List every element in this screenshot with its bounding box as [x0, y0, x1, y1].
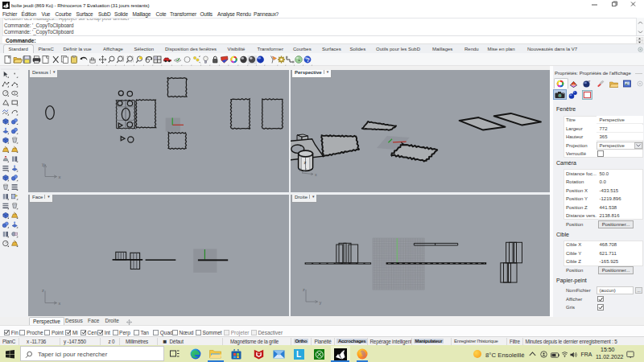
- svg-text:y: y: [320, 299, 322, 304]
- svg-text:z: z: [304, 160, 307, 165]
- svg-text:x: x: [59, 175, 61, 179]
- svg-text:y: y: [42, 162, 44, 167]
- svg-text:x: x: [315, 172, 317, 177]
- svg-text:z: z: [303, 287, 305, 292]
- svg-text:x: x: [59, 301, 61, 306]
- svg-text:z: z: [42, 288, 44, 293]
- svg-text:?: ?: [306, 56, 310, 64]
- svg-text:y: y: [299, 166, 302, 171]
